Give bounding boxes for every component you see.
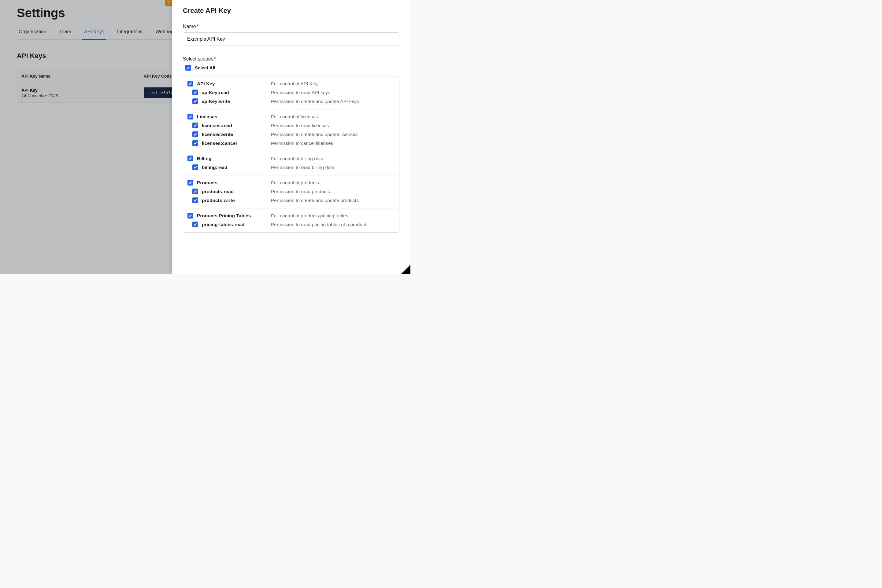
scope-group-desc: Full control of licenses (271, 114, 395, 120)
scope-desc: Permission to read pricing tables of a p… (271, 222, 395, 227)
checkbox-scope-group[interactable] (188, 81, 193, 87)
scope-row: apiKey:readPermission to read API keys (188, 90, 395, 95)
scope-group: Products Pricing TablesFull control of p… (183, 208, 399, 232)
check-icon (193, 222, 197, 226)
scope-row: licenses:readPermission to read licenses (188, 123, 395, 128)
scope-group-name: Products (197, 180, 267, 186)
scope-name: products:read (202, 189, 267, 194)
checkbox-scope[interactable] (192, 131, 198, 137)
check-icon (193, 198, 197, 202)
scope-group-desc: Full control of billing data (271, 156, 395, 161)
checkbox-scope[interactable] (192, 90, 198, 95)
scope-group-name: API Key (197, 81, 267, 87)
check-icon (186, 66, 190, 70)
scope-group-desc: Full control of API Key (271, 81, 395, 87)
scope-name: products:write (202, 198, 267, 203)
check-icon (193, 189, 197, 194)
checkbox-scope[interactable] (192, 123, 198, 128)
scope-desc: Permission to read billing data (271, 165, 395, 170)
scope-group-name: Products Pricing Tables (197, 213, 267, 219)
scope-row: products:writePermission to create and u… (188, 197, 395, 203)
checkbox-scope[interactable] (192, 98, 198, 104)
check-icon (193, 165, 197, 169)
scope-group-header: BillingFull control of billing data (188, 156, 395, 161)
scope-group-desc: Full control of products (271, 180, 395, 186)
api-key-name-input[interactable] (183, 32, 400, 46)
scope-group-name: Billing (197, 156, 267, 161)
checkbox-scope[interactable] (192, 189, 198, 194)
checkbox-scope-group[interactable] (188, 213, 193, 219)
scope-row: billing:readPermission to read billing d… (188, 164, 395, 170)
scope-name: apiKey:write (202, 99, 267, 104)
checkbox-scope[interactable] (192, 164, 198, 170)
scope-desc: Permission to read products (271, 189, 395, 194)
scope-desc: Permission to create and update licenses (271, 132, 395, 137)
scope-group: BillingFull control of billing databilli… (183, 151, 399, 175)
scope-group-header: Products Pricing TablesFull control of p… (188, 213, 395, 219)
check-icon (188, 115, 192, 118)
check-icon (193, 141, 197, 145)
scope-group-desc: Full control of products pricing tables (271, 213, 395, 219)
scope-row: licenses:writePermission to create and u… (188, 131, 395, 137)
check-icon (193, 132, 197, 136)
create-api-key-panel: Create API Key Name* Select scopes* Sele… (172, 0, 410, 274)
name-label: Name* (183, 24, 400, 29)
check-icon (193, 90, 197, 94)
checkbox-scope-group[interactable] (188, 156, 193, 161)
scope-desc: Permission to create and update API keys (271, 99, 395, 104)
panel-title: Create API Key (183, 7, 400, 15)
scopes-label: Select scopes* (183, 56, 400, 62)
scope-group: ProductsFull control of productsproducts… (183, 175, 399, 208)
scope-row: pricing-tables:readPermission to read pr… (188, 222, 395, 227)
check-icon (188, 181, 192, 184)
scope-group-header: LicensesFull control of licenses (188, 114, 395, 120)
check-icon (188, 214, 192, 218)
scope-desc: Permission to read licenses (271, 123, 395, 128)
checkbox-select-all[interactable] (185, 65, 191, 70)
scope-row: apiKey:writePermission to create and upd… (188, 98, 395, 104)
scope-name: pricing-tables:read (202, 222, 267, 227)
checkbox-scope[interactable] (192, 197, 198, 203)
checkbox-scope[interactable] (192, 140, 198, 146)
scope-row: products:readPermission to read products (188, 189, 395, 194)
scope-name: billing:read (202, 165, 267, 170)
scope-desc: Permission to read API keys (271, 90, 395, 95)
check-icon (193, 99, 197, 103)
checkbox-scope-group[interactable] (188, 114, 193, 120)
check-icon (188, 156, 192, 160)
scopes-list: API KeyFull control of API KeyapiKey:rea… (183, 76, 400, 232)
scope-desc: Permission to create and update products (271, 198, 395, 203)
scope-name: licenses:write (202, 132, 267, 137)
scope-name: licenses:cancel (202, 141, 267, 146)
checkbox-scope[interactable] (192, 222, 198, 227)
check-icon (193, 123, 197, 128)
select-all-label: Select All (195, 65, 215, 70)
scope-group-name: Licenses (197, 114, 267, 120)
scope-group: LicensesFull control of licenseslicenses… (183, 109, 399, 151)
check-icon (188, 82, 192, 86)
scope-group: API KeyFull control of API KeyapiKey:rea… (183, 76, 399, 109)
scope-name: licenses:read (202, 123, 267, 128)
scope-name: apiKey:read (202, 90, 267, 95)
scope-desc: Permission to cancel licenses (271, 141, 395, 146)
scope-group-header: API KeyFull control of API Key (188, 81, 395, 87)
checkbox-scope-group[interactable] (188, 180, 193, 186)
scope-row: licenses:cancelPermission to cancel lice… (188, 140, 395, 146)
scope-group-header: ProductsFull control of products (188, 180, 395, 186)
